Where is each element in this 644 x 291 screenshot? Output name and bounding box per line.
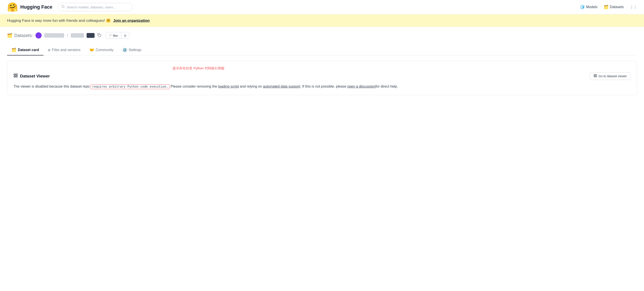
join-org-link[interactable]: Join an organization xyxy=(113,18,150,23)
banner-text: Hugging Face is way more fun with friend… xyxy=(7,18,111,23)
annotation-text: 提示存在任意 Python 代码执行风险 xyxy=(0,66,507,70)
viewer-body-part1: The viewer is disabled because this data… xyxy=(14,84,90,88)
header: 🤗 Hugging Face Search models, datasets, … xyxy=(0,0,644,14)
nav-right: 🧊 Models 🗂️ Datasets ⋮⋮ xyxy=(580,5,637,9)
more-icon: ⋮⋮ xyxy=(630,5,637,9)
svg-rect-3 xyxy=(14,74,16,75)
tab-dataset-card[interactable]: 🗂️ Dataset card xyxy=(7,45,44,55)
dataset-header-icon: 🗂️ xyxy=(7,33,12,38)
nav-item-models[interactable]: 🧊 Models xyxy=(580,5,598,9)
tab-files-icon: ⊞ xyxy=(48,48,50,52)
tab-settings-label: Settings xyxy=(129,48,142,52)
copy-icon[interactable] xyxy=(97,33,101,38)
svg-rect-8 xyxy=(596,74,596,75)
nav-item-more[interactable]: ⋮⋮ xyxy=(630,5,637,9)
highlighted-code-text: requires arbitrary Python code execution… xyxy=(90,84,170,89)
heart-icon: ♡ xyxy=(109,33,112,37)
breadcrumb-separator: / xyxy=(67,33,68,38)
viewer-card-header: Dataset Viewer Go to dataset viewer xyxy=(14,72,630,80)
viewer-title-icon xyxy=(14,73,18,79)
like-button[interactable]: ♡ like xyxy=(106,32,122,38)
tab-files-and-versions[interactable]: ⊞ Files and versions xyxy=(44,45,85,55)
dataset-label: 🗂️ Datasets: xyxy=(7,33,33,38)
viewer-body-part2: Please consider removing the xyxy=(170,84,218,88)
main-content: 🗂️ Datasets: / ♡ like 0 🗂️ Dataset card xyxy=(0,27,644,95)
nav-item-datasets[interactable]: 🗂️ Datasets xyxy=(604,5,624,9)
datasets-nav-label: Datasets xyxy=(610,5,624,9)
tab-dataset-card-icon: 🗂️ xyxy=(12,47,16,52)
tabs: 🗂️ Dataset card ⊞ Files and versions 🤝 C… xyxy=(7,45,637,55)
owner-avatar xyxy=(36,32,42,38)
search-placeholder[interactable]: Search models, datasets, users... xyxy=(66,5,116,9)
tab-files-label: Files and versions xyxy=(52,48,80,52)
svg-rect-4 xyxy=(16,74,18,75)
svg-rect-5 xyxy=(14,76,16,77)
dataset-header-row: 🗂️ Datasets: / ♡ like 0 xyxy=(7,32,637,39)
open-discussion-link[interactable]: open a discussion xyxy=(347,84,376,88)
tab-settings-icon: ⚙️ xyxy=(122,47,127,52)
svg-line-1 xyxy=(64,7,64,8)
banner: Hugging Face is way more fun with friend… xyxy=(0,14,644,27)
tab-community-label: Community xyxy=(96,48,114,52)
loading-script-link[interactable]: loading script xyxy=(218,84,239,88)
tab-dataset-card-label: Dataset card xyxy=(18,48,39,52)
logo-text: Hugging Face xyxy=(20,4,52,10)
go-to-viewer-icon xyxy=(594,74,597,78)
viewer-body-part4: . If this is not possible, please xyxy=(300,84,346,88)
viewer-title-text: Dataset Viewer xyxy=(20,74,50,79)
svg-rect-10 xyxy=(596,76,596,77)
go-to-viewer-label: Go to dataset viewer xyxy=(598,74,627,78)
owner-name-redacted xyxy=(44,33,64,38)
like-label: like xyxy=(113,34,118,37)
repo-name-redacted xyxy=(71,33,84,38)
svg-rect-6 xyxy=(16,76,18,77)
datasets-label-text: Datasets: xyxy=(14,33,33,38)
models-icon: 🧊 xyxy=(580,5,585,9)
svg-point-0 xyxy=(62,5,64,8)
go-to-viewer-button[interactable]: Go to dataset viewer xyxy=(590,72,630,80)
svg-rect-2 xyxy=(98,34,101,36)
like-count: 0 xyxy=(121,32,129,38)
datasets-nav-icon: 🗂️ xyxy=(604,5,608,9)
viewer-body-part3: and relying on xyxy=(239,84,263,88)
tab-community-icon: 🤝 xyxy=(89,47,94,52)
tag-redacted xyxy=(86,33,94,38)
svg-rect-7 xyxy=(594,74,595,75)
viewer-title: Dataset Viewer xyxy=(14,73,50,79)
search-bar[interactable]: Search models, datasets, users... xyxy=(58,3,132,11)
search-icon xyxy=(61,5,65,9)
like-button-group: ♡ like 0 xyxy=(106,32,130,39)
dataset-viewer-card: 提示存在任意 Python 代码执行风险 Dataset Viewer Go t… xyxy=(7,61,637,95)
automated-data-link[interactable]: automated data support xyxy=(263,84,300,88)
logo-area[interactable]: 🤗 Hugging Face xyxy=(7,3,52,11)
tab-settings[interactable]: ⚙️ Settings xyxy=(118,45,146,55)
models-label: Models xyxy=(586,5,598,9)
logo-emoji: 🤗 xyxy=(7,3,18,11)
viewer-body: The viewer is disabled because this data… xyxy=(14,83,630,90)
tab-community[interactable]: 🤝 Community xyxy=(85,45,118,55)
svg-rect-9 xyxy=(594,76,595,77)
viewer-body-part5: for direct help. xyxy=(376,84,398,88)
